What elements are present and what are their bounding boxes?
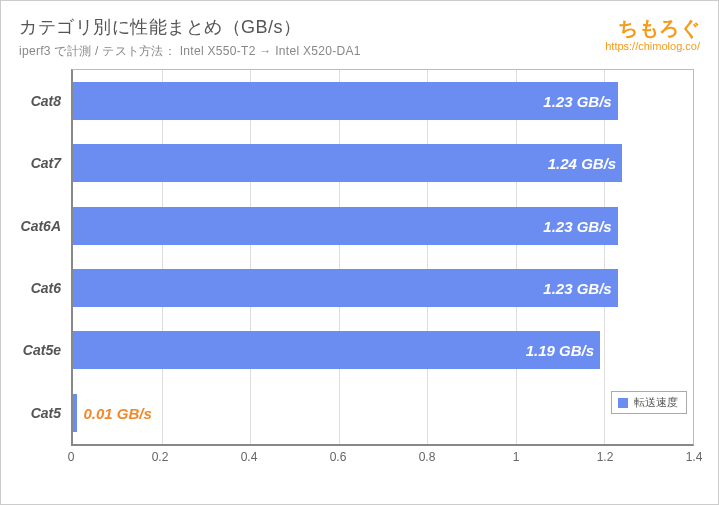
bar-value-label: 0.01 GB/s: [83, 404, 151, 421]
x-tick-label: 1: [513, 450, 520, 464]
brand-logo: ちもろぐ: [605, 17, 700, 39]
chart-title: カテゴリ別に性能まとめ（GB/s）: [19, 15, 605, 39]
plot-area: 転送速度 Cat81.23 GB/sCat71.24 GB/sCat6A1.23…: [71, 69, 694, 446]
bar: 1.23 GB/s: [73, 269, 618, 307]
titles: カテゴリ別に性能まとめ（GB/s） iperf3 で計測 / テスト方法： In…: [19, 15, 605, 60]
bar: 1.24 GB/s: [73, 144, 622, 182]
bar-row: Cat5e1.19 GB/s: [73, 319, 693, 381]
bar-value-label: 1.23 GB/s: [543, 93, 611, 110]
bar: 1.23 GB/s: [73, 207, 618, 245]
bar: 0.01 GB/s: [73, 394, 77, 432]
x-tick-label: 1.4: [686, 450, 703, 464]
chart-subtitle: iperf3 で計測 / テスト方法： Intel X550-T2 → Inte…: [19, 43, 605, 60]
bar-row: Cat50.01 GB/s: [73, 382, 693, 444]
category-label: Cat5e: [23, 342, 73, 358]
category-label: Cat6A: [21, 218, 73, 234]
bar-value-label: 1.23 GB/s: [543, 217, 611, 234]
x-tick-label: 0.6: [330, 450, 347, 464]
bar-row: Cat61.23 GB/s: [73, 257, 693, 319]
bar-value-label: 1.24 GB/s: [548, 155, 616, 172]
brand: ちもろぐ https://chimolog.co/: [605, 15, 700, 52]
x-tick-label: 1.2: [597, 450, 614, 464]
bar: 1.19 GB/s: [73, 331, 600, 369]
x-tick-label: 0: [68, 450, 75, 464]
bar: 1.23 GB/s: [73, 82, 618, 120]
category-label: Cat5: [31, 405, 73, 421]
chart-area: 転送速度 Cat81.23 GB/sCat71.24 GB/sCat6A1.23…: [71, 63, 694, 470]
category-label: Cat6: [31, 280, 73, 296]
header: カテゴリ別に性能まとめ（GB/s） iperf3 で計測 / テスト方法： In…: [19, 15, 700, 60]
bar-row: Cat71.24 GB/s: [73, 132, 693, 194]
bar-value-label: 1.19 GB/s: [526, 342, 594, 359]
bar-row: Cat81.23 GB/s: [73, 70, 693, 132]
x-tick-label: 0.4: [241, 450, 258, 464]
chart-frame: カテゴリ別に性能まとめ（GB/s） iperf3 で計測 / テスト方法： In…: [0, 0, 719, 505]
x-tick-label: 0.8: [419, 450, 436, 464]
category-label: Cat7: [31, 155, 73, 171]
x-axis: 00.20.40.60.811.21.4: [71, 446, 694, 470]
bar-row: Cat6A1.23 GB/s: [73, 195, 693, 257]
x-tick-label: 0.2: [152, 450, 169, 464]
brand-url: https://chimolog.co/: [605, 40, 700, 52]
category-label: Cat8: [31, 93, 73, 109]
bar-value-label: 1.23 GB/s: [543, 280, 611, 297]
